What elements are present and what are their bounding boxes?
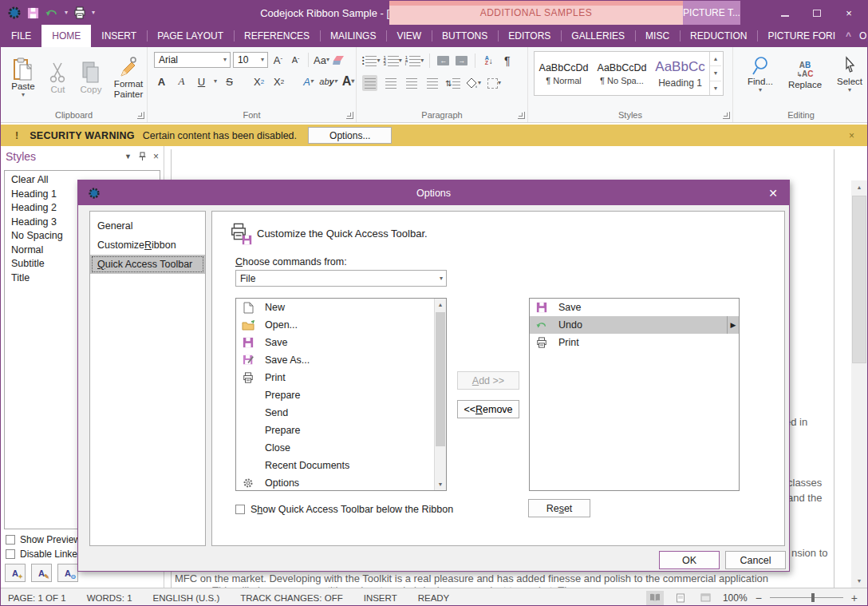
tab-reduction[interactable]: REDUCTION <box>680 25 757 47</box>
line-spacing-icon[interactable]: ⇅ <box>445 75 460 91</box>
command-prepare[interactable]: Prepare <box>236 386 446 404</box>
status-insert[interactable]: INSERT <box>364 593 397 603</box>
tab-page-layout[interactable]: PAGE LAYOUT <box>147 25 234 47</box>
command-print[interactable]: Print ▶ <box>236 369 446 386</box>
format-painter-button[interactable]: Format Painter <box>110 50 147 100</box>
add-button[interactable]: Add >> <box>457 371 519 390</box>
ribbon-collapse-icon[interactable]: ^ <box>846 30 851 42</box>
style-heading-1[interactable]: AaBbCc Heading 1 <box>651 52 709 95</box>
status-track-changes[interactable]: TRACK CHANGES: OFF <box>240 593 342 603</box>
tab-misc[interactable]: MISC <box>635 25 680 47</box>
web-layout-icon[interactable] <box>697 591 715 605</box>
style-normal[interactable]: AaBbCcDd ¶ Normal <box>535 52 593 95</box>
font-size-combo[interactable]: 10▾ <box>233 52 268 68</box>
italic-icon[interactable]: A <box>174 73 189 89</box>
align-center-icon[interactable] <box>383 75 398 91</box>
tab-mailings[interactable]: MAILINGS <box>320 25 386 47</box>
nav-general[interactable]: General <box>90 216 205 236</box>
undo-icon[interactable] <box>45 4 59 22</box>
command-send[interactable]: Send ▶ <box>236 404 446 422</box>
remove-button[interactable]: << Remove <box>457 400 519 418</box>
security-options-button[interactable]: Options... <box>308 127 392 144</box>
zoom-slider-thumb[interactable] <box>811 593 815 602</box>
tab-galleries[interactable]: GALLERIES <box>561 25 635 47</box>
zoom-level[interactable]: 100% <box>723 592 748 604</box>
clipboard-dialog-launcher[interactable] <box>137 112 144 119</box>
command-prepare-2[interactable]: Prepare <box>236 422 446 439</box>
warning-close-icon[interactable]: × <box>849 130 854 141</box>
nav-quick-access-toolbar[interactable]: Quick Access Toolbar <box>90 255 205 274</box>
tab-buttons[interactable]: BUTTONS <box>432 25 498 47</box>
qat-item-print[interactable]: Print <box>530 334 739 351</box>
replace-button[interactable]: AB↳AC Replace <box>784 54 826 90</box>
underline-dropdown-icon[interactable]: ▾ <box>214 78 217 85</box>
status-language[interactable]: ENGLISH (U.S.) <box>153 593 220 603</box>
print-layout-icon[interactable] <box>672 591 689 605</box>
text-effects-icon[interactable]: A▾ <box>301 73 316 89</box>
decrease-indent-icon[interactable]: ← <box>436 53 451 69</box>
save-icon[interactable] <box>27 4 39 22</box>
qat-item-undo[interactable]: Undo ▶ <box>530 316 739 334</box>
font-color-icon[interactable]: A▾ <box>341 73 356 89</box>
choose-commands-combo[interactable]: File▾ <box>235 270 447 287</box>
zoom-out-icon[interactable]: − <box>756 592 762 604</box>
gallery-down-icon[interactable]: ▼ <box>710 66 721 81</box>
ok-button[interactable]: OK <box>659 551 720 569</box>
find-button[interactable]: Find...▾ <box>743 51 778 93</box>
print-icon[interactable] <box>73 4 86 22</box>
command-close[interactable]: Close <box>236 439 446 457</box>
scroll-down-icon[interactable]: ▼ <box>851 574 867 588</box>
strikethrough-icon[interactable]: S <box>222 73 237 89</box>
align-right-icon[interactable] <box>404 75 419 91</box>
command-open[interactable]: Open... <box>236 316 446 334</box>
show-qat-below-checkbox[interactable]: Show Quick Access Toolbar below the Ribb… <box>235 504 453 515</box>
shrink-font-icon[interactable]: Aˇ <box>288 52 303 68</box>
status-page[interactable]: PAGE: 1 OF 1 <box>8 593 66 603</box>
document-scrollbar[interactable]: ▲ ▼ <box>851 180 867 588</box>
increase-indent-icon[interactable]: → <box>454 53 469 69</box>
minimize-icon[interactable] <box>779 7 791 19</box>
style-no-spacing[interactable]: AaBbCcDd ¶ No Spa... <box>593 52 651 95</box>
command-recent-documents[interactable]: Recent Documents <box>236 457 446 474</box>
pane-close-icon[interactable]: × <box>153 151 159 162</box>
multilevel-list-icon[interactable]: 1ai▾ <box>405 53 424 69</box>
scroll-up-icon[interactable]: ▲ <box>435 299 446 311</box>
numbering-icon[interactable]: 123▾ <box>383 53 401 69</box>
scroll-down-icon[interactable]: ▼ <box>435 478 446 490</box>
copy-button[interactable]: Copy <box>75 56 107 95</box>
tab-picture-format[interactable]: PICTURE FORI <box>757 25 846 47</box>
font-family-combo[interactable]: Arial▾ <box>154 52 231 68</box>
nav-customize-ribbon[interactable]: Customize Ribbon <box>90 236 205 255</box>
select-button[interactable]: Select▾ <box>832 51 867 93</box>
command-options[interactable]: Options <box>236 474 446 491</box>
pane-pin-icon[interactable] <box>139 152 146 162</box>
sort-icon[interactable]: AZ↓ <box>481 53 496 69</box>
zoom-slider[interactable] <box>770 597 843 598</box>
maximize-icon[interactable] <box>811 7 823 19</box>
change-case-icon[interactable]: Aa▾ <box>314 52 329 68</box>
status-words[interactable]: WORDS: 1 <box>87 593 132 603</box>
font-dialog-launcher[interactable] <box>346 112 353 119</box>
command-new[interactable]: New <box>236 299 446 316</box>
manage-styles-button[interactable]: Aʘ <box>57 564 78 582</box>
borders-icon[interactable]: ▾ <box>487 75 502 91</box>
close-icon[interactable]: × <box>843 7 854 19</box>
dialog-close-icon[interactable]: ✕ <box>768 187 789 200</box>
scroll-up-icon[interactable]: ▲ <box>851 180 867 194</box>
pilcrow-icon[interactable]: ¶ <box>499 53 515 69</box>
tab-references[interactable]: REFERENCES <box>234 25 320 47</box>
options-menu-button[interactable]: Options▾ <box>859 30 868 42</box>
new-style-button[interactable]: A✦ <box>5 564 26 582</box>
grow-font-icon[interactable]: Aˆ <box>270 52 286 68</box>
commands-scrollbar[interactable]: ▲ ▼ <box>434 299 446 490</box>
gallery-up-icon[interactable]: ▲ <box>710 52 721 66</box>
tab-view[interactable]: VIEW <box>386 25 432 47</box>
subscript-icon[interactable]: X2 <box>251 73 266 89</box>
cut-button[interactable]: Cut <box>44 56 72 95</box>
qat-item-save[interactable]: Save <box>530 299 739 316</box>
tab-home[interactable]: HOME <box>41 25 91 47</box>
bullets-icon[interactable]: •••▾ <box>362 53 380 69</box>
command-save[interactable]: Save <box>236 334 446 351</box>
gallery-more-icon[interactable]: ▼ <box>710 81 721 95</box>
align-left-icon[interactable] <box>362 75 377 91</box>
